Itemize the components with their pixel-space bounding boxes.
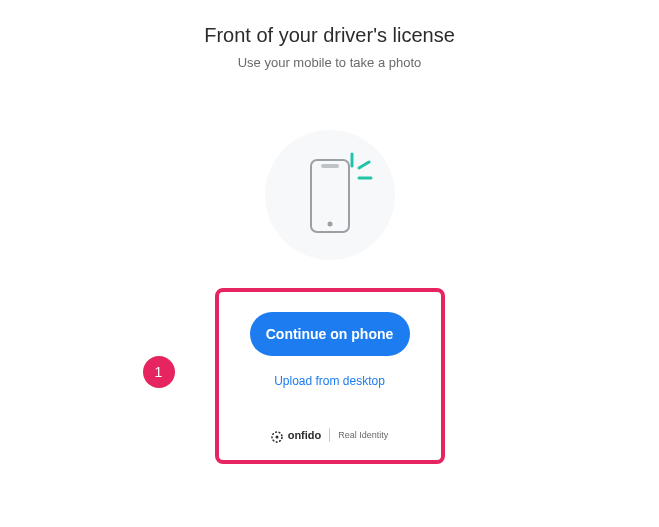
page-subtitle: Use your mobile to take a photo xyxy=(238,55,422,70)
svg-rect-0 xyxy=(311,160,349,232)
page-title: Front of your driver's license xyxy=(204,24,455,47)
annotation-badge: 1 xyxy=(143,356,175,388)
svg-line-4 xyxy=(359,162,369,168)
brand-name: onfido xyxy=(288,429,322,441)
onfido-logo-icon xyxy=(271,429,283,441)
continue-on-phone-button[interactable]: Continue on phone xyxy=(250,312,410,356)
annotation-number: 1 xyxy=(155,364,163,380)
phone-icon xyxy=(275,140,385,250)
svg-rect-1 xyxy=(321,164,339,168)
brand-logo: onfido xyxy=(271,429,322,441)
branding: onfido Real Identity xyxy=(271,428,389,442)
upload-from-desktop-link[interactable]: Upload from desktop xyxy=(274,374,385,388)
svg-point-7 xyxy=(275,436,278,439)
upload-step-container: Front of your driver's license Use your … xyxy=(0,0,659,464)
brand-tagline: Real Identity xyxy=(338,430,388,440)
phone-illustration xyxy=(265,130,395,260)
brand-divider xyxy=(329,428,330,442)
action-panel: 1 Continue on phone Upload from desktop … xyxy=(215,288,445,464)
svg-point-2 xyxy=(327,222,332,227)
